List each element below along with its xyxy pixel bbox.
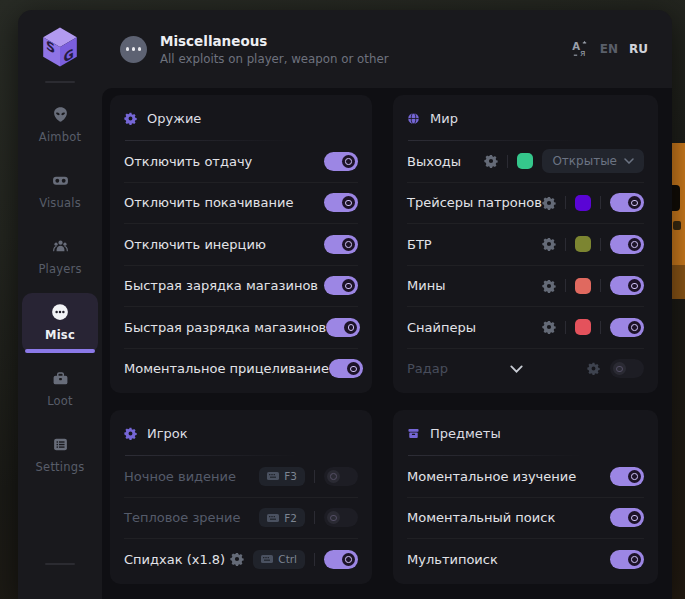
- toggle[interactable]: [610, 276, 644, 295]
- lang-en-button[interactable]: EN: [600, 42, 618, 56]
- color-swatch[interactable]: [575, 319, 591, 335]
- toggle-knob: [344, 321, 357, 334]
- row-label: Мины: [407, 278, 445, 293]
- toggle[interactable]: [324, 193, 358, 212]
- toggle-row: Быстрая зарядка магазинов: [124, 265, 358, 307]
- background-detail: [671, 185, 680, 211]
- list-icon: [51, 435, 69, 453]
- content-area: Оружие Отключить отдачу Отключить покачи…: [102, 88, 672, 599]
- sidebar-item-misc[interactable]: Misc: [22, 293, 98, 353]
- hotkey-badge[interactable]: F2: [259, 508, 305, 527]
- sidebar-item-label: Visuals: [39, 196, 81, 210]
- toggle-knob: [628, 511, 641, 524]
- sidebar-item-label: Aimbot: [39, 130, 81, 144]
- toggle[interactable]: [324, 508, 358, 527]
- sidebar-item-loot[interactable]: Loot: [22, 359, 98, 419]
- color-swatch[interactable]: [575, 236, 591, 252]
- color-swatch[interactable]: [517, 153, 533, 169]
- row-label: Тепловое зрение: [124, 510, 241, 525]
- row-label: Отключить покачивание: [124, 195, 293, 210]
- dropdown-value: Открытые: [552, 154, 617, 168]
- hotkey-badge[interactable]: Ctrl: [253, 550, 305, 569]
- hotkey-label: Ctrl: [278, 553, 297, 565]
- section-header: Мир: [407, 95, 644, 141]
- toggle-knob: [342, 279, 355, 292]
- sidebar-item-label: Settings: [36, 460, 85, 474]
- toggle-row: Моментальный поиск: [407, 497, 644, 539]
- sidebar-item-visuals[interactable]: Visuals: [22, 161, 98, 221]
- toggle[interactable]: [610, 235, 644, 254]
- toggle[interactable]: [324, 467, 358, 486]
- lang-ru-button[interactable]: RU: [629, 42, 648, 56]
- app-window: S G Aimbot: [18, 10, 672, 599]
- toggle-knob: [327, 470, 340, 483]
- sidebar-item-label: Misc: [45, 328, 75, 342]
- section-header: Игрок: [124, 410, 358, 456]
- section-rows: Отключить отдачу Отключить покачивание О…: [124, 141, 358, 389]
- color-swatch[interactable]: [575, 195, 591, 211]
- row-label: Снайперы: [407, 320, 476, 335]
- toggle-row: Отключить отдачу: [124, 141, 358, 182]
- sidebar-item-aimbot[interactable]: Aimbot: [22, 95, 98, 155]
- toggle[interactable]: [324, 235, 358, 254]
- color-swatch[interactable]: [575, 278, 591, 294]
- background-detail: [673, 221, 681, 230]
- gear-icon[interactable]: [542, 237, 556, 251]
- page-subtitle: All exploits on player, weapon or other: [160, 52, 389, 66]
- page-header: Miscellaneous All exploits on player, we…: [102, 10, 672, 88]
- row-label: БТР: [407, 237, 432, 252]
- toggle[interactable]: [329, 359, 363, 378]
- row-label: Моментальный поиск: [407, 510, 555, 525]
- toggle-knob: [628, 279, 641, 292]
- gear-icon[interactable]: [542, 196, 556, 210]
- section-rows: Выходы Открытые: [407, 141, 644, 389]
- gear-icon[interactable]: [230, 552, 244, 566]
- separator: [600, 238, 601, 251]
- background-detail: [671, 265, 685, 299]
- toggle-row: Отключить покачивание: [124, 182, 358, 224]
- section-items: Предметы Моментальное изучение Моменталь…: [393, 410, 658, 584]
- toggle[interactable]: [326, 318, 360, 337]
- toggle[interactable]: [610, 508, 644, 527]
- toggle[interactable]: [610, 193, 644, 212]
- toggle[interactable]: [324, 152, 358, 171]
- gear-icon[interactable]: [542, 279, 556, 293]
- toggle[interactable]: [610, 318, 644, 337]
- ellipsis-circle-icon: [120, 36, 147, 63]
- keyboard-icon: [267, 514, 279, 522]
- toggle[interactable]: [610, 359, 644, 378]
- gear-icon[interactable]: [484, 154, 498, 168]
- separator: [314, 553, 315, 566]
- sidebar-item-players[interactable]: Players: [22, 227, 98, 287]
- toggle[interactable]: [610, 467, 644, 486]
- sidebar-item-settings[interactable]: Settings: [22, 425, 98, 485]
- toggle[interactable]: [324, 550, 358, 569]
- gear-icon: [124, 112, 137, 125]
- toggle-row: Выходы Открытые: [407, 141, 644, 182]
- toggle-row: Мультипоиск: [407, 538, 644, 580]
- section-player: Игрок Ночное видение F3: [110, 410, 372, 584]
- section-weapon: Оружие Отключить отдачу Отключить покачи…: [110, 95, 372, 393]
- toggle-row: Отключить инерцию: [124, 223, 358, 265]
- vr-goggles-icon: [51, 171, 69, 189]
- row-label: Радар: [407, 361, 448, 376]
- background-game-object: [671, 143, 685, 299]
- gear-icon[interactable]: [542, 320, 556, 334]
- toggle-knob: [327, 511, 340, 524]
- gear-icon[interactable]: [587, 362, 601, 376]
- toggle-row: Быстрая разрядка магазинов: [124, 306, 358, 348]
- toggle[interactable]: [610, 550, 644, 569]
- toggle[interactable]: [324, 276, 358, 295]
- chevron-down-icon[interactable]: [510, 365, 523, 373]
- language-switch: A я EN RU: [571, 40, 648, 58]
- exits-dropdown[interactable]: Открытые: [542, 149, 644, 173]
- toggle-row: Мины: [407, 265, 644, 307]
- toggle-knob: [628, 238, 641, 251]
- hotkey-badge[interactable]: F3: [259, 467, 305, 486]
- briefcase-icon: [51, 369, 69, 387]
- row-label: Выходы: [407, 154, 461, 169]
- page-title: Miscellaneous: [160, 33, 389, 49]
- toggle-row: Снайперы: [407, 306, 644, 348]
- sidebar: S G Aimbot: [18, 10, 102, 599]
- alien-icon: [51, 105, 69, 123]
